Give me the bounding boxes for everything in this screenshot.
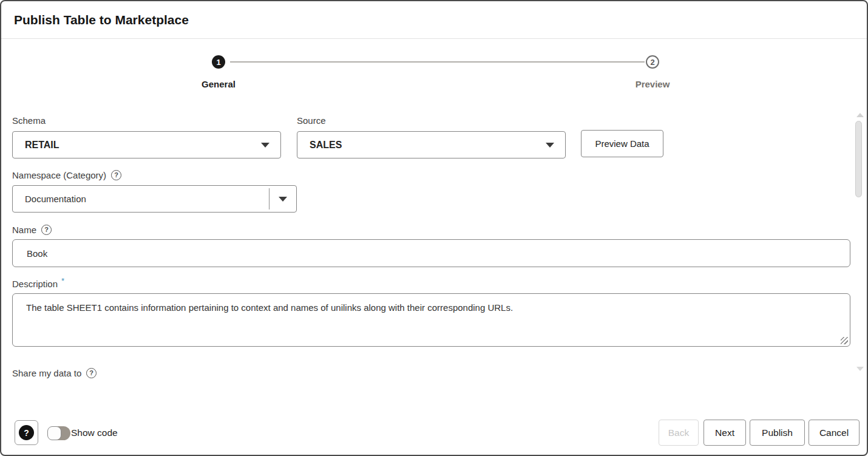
chevron-down-icon [546, 143, 554, 148]
dialog-title: Publish Table to Marketplace [14, 13, 189, 27]
help-icon[interactable]: ? [86, 368, 97, 378]
schema-label: Schema [12, 114, 46, 126]
source-selected-value: SALES [310, 140, 342, 151]
step-2-label: Preview [616, 79, 689, 89]
share-my-data-label: Share my data to ? [12, 367, 97, 379]
namespace-label: Namespace (Category) ? [12, 169, 121, 181]
cancel-button[interactable]: Cancel [809, 420, 860, 446]
show-code-label: Show code [71, 427, 118, 438]
schema-select[interactable]: RETAIL [12, 131, 281, 158]
dialog-header: Publish Table to Marketplace [1, 1, 867, 39]
toggle-knob[interactable] [47, 426, 61, 440]
publish-table-dialog: Publish Table to Marketplace 1 2 General… [0, 0, 868, 456]
name-label: Name ? [12, 223, 52, 236]
scrollbar-up-arrow-icon[interactable] [856, 113, 864, 117]
source-select[interactable]: SALES [297, 131, 566, 158]
combobox-divider [269, 188, 270, 209]
step-1-indicator[interactable]: 1 [212, 55, 225, 69]
required-marker: * [61, 276, 64, 285]
chevron-down-icon [261, 143, 270, 148]
namespace-combobox[interactable]: Documentation [12, 185, 297, 213]
name-input[interactable] [12, 239, 850, 267]
question-mark-icon: ? [19, 425, 34, 440]
help-icon[interactable]: ? [41, 225, 52, 235]
stepper-connector-line [230, 61, 645, 63]
step-1-number: 1 [216, 58, 220, 67]
description-textarea[interactable]: The table SHEET1 contains information pe… [12, 293, 850, 347]
source-label: Source [297, 114, 326, 126]
chevron-down-icon[interactable] [279, 197, 287, 202]
publish-button[interactable]: Publish [750, 420, 805, 446]
description-label: Description * [12, 277, 64, 290]
help-button[interactable]: ? [15, 420, 38, 445]
textarea-resize-handle-icon[interactable] [841, 337, 848, 344]
schema-selected-value: RETAIL [25, 140, 59, 151]
step-2-number: 2 [650, 58, 654, 67]
next-button[interactable]: Next [704, 420, 746, 446]
namespace-value: Documentation [25, 194, 86, 204]
show-code-toggle[interactable] [47, 426, 70, 440]
preview-data-button[interactable]: Preview Data [581, 130, 663, 157]
step-1-label: General [182, 79, 255, 89]
scrollbar-down-arrow-icon[interactable] [856, 367, 864, 371]
help-icon[interactable]: ? [111, 170, 121, 180]
step-2-indicator[interactable]: 2 [646, 55, 659, 69]
back-button[interactable]: Back [659, 420, 699, 446]
scrollbar-thumb[interactable] [855, 121, 862, 197]
